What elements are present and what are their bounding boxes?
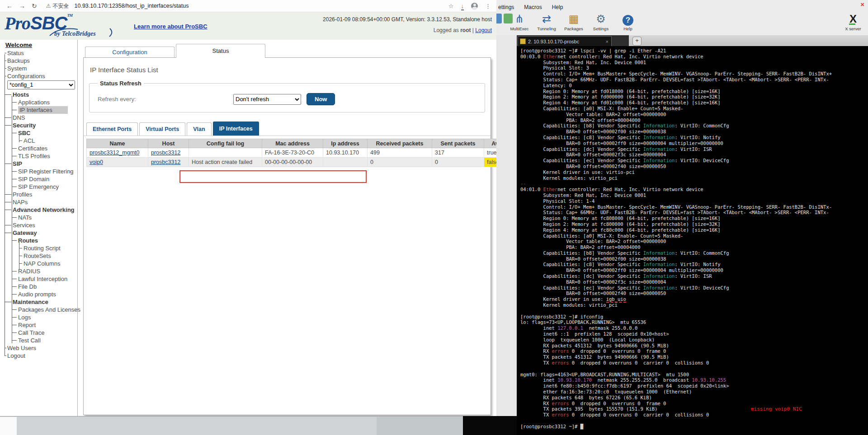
back-icon[interactable]: ←	[6, 2, 13, 9]
refresh-now-button[interactable]: Now	[307, 93, 335, 105]
link-prosbc3312[interactable]: prosbc3312	[151, 150, 180, 156]
moba-menubar: ettingsMacrosHelp	[498, 4, 563, 10]
link-voip0[interactable]: voip0	[90, 159, 103, 165]
link-prosbc3312-mgmt0[interactable]: prosbc3312_mgmt0	[90, 150, 139, 156]
learn-more-link[interactable]: Learn more about ProSBC	[134, 23, 208, 30]
terminal-line: BAR=0 offset=00002f00 size=00000038	[520, 256, 868, 262]
sidebar-item-security[interactable]: Security	[0, 122, 77, 129]
link-prosbc3312[interactable]: prosbc3312	[151, 159, 180, 165]
sidebar-item-routes[interactable]: Routes	[0, 237, 77, 244]
sidebar-item-naps[interactable]: NAPs	[0, 198, 77, 206]
sidebar-item-routing-script[interactable]: Routing Script	[0, 244, 77, 252]
sidebar-item-applications[interactable]: Applications	[0, 98, 77, 106]
sidebar-item-services[interactable]: Services	[0, 221, 77, 229]
bookmark-star-icon[interactable]: ☆	[448, 3, 454, 9]
sidebar-item-routesets[interactable]: RouteSets	[0, 252, 77, 260]
sidebar-item-certificates[interactable]: Certificates	[0, 145, 77, 152]
sidebar-item-logout[interactable]: Logout	[0, 352, 77, 360]
sidebar-item-test-call[interactable]: Test Call	[0, 337, 77, 344]
security-badge[interactable]: ⚠ 不安全	[46, 2, 69, 10]
sidebar-item-ip-interfaces[interactable]: IP Interfaces	[0, 106, 77, 114]
new-tab-button[interactable]: +	[632, 37, 642, 46]
sidebar-item-advanced-networking[interactable]: Advanced Networking	[0, 206, 77, 214]
sidebar-item-label: Report	[18, 322, 36, 328]
terminal-line: RX packets 648 bytes 67226 (65.6 KiB)	[520, 395, 868, 401]
sidebar-item-config-1[interactable]: *config_1	[0, 80, 77, 91]
menu-macros[interactable]: Macros	[524, 4, 542, 10]
taskbar-segment	[377, 417, 463, 435]
xserver-icon: X	[843, 12, 863, 26]
subtab-ethernet-ports[interactable]: Ethernet Ports	[86, 122, 138, 136]
browser-menu-icon[interactable]: ⋮	[485, 3, 491, 9]
terminal-line: 04:01.0 Ethernet controller: Red Hat, In…	[520, 187, 868, 192]
sidebar-item-audio-prompts[interactable]: Audio prompts	[0, 290, 77, 298]
sidebar-item-status[interactable]: Status	[0, 49, 77, 57]
terminal-line: Kernel modules: virtio_pci	[520, 175, 868, 181]
terminal-output: [root@prosbc3312 ~]# lspci -vv | grep -i…	[520, 48, 868, 430]
security-label: 不安全	[53, 2, 69, 10]
column-name: Name	[87, 139, 148, 148]
sidebar-item-sip-domain[interactable]: SIP Domain	[0, 175, 77, 183]
sidebar-item-hosts[interactable]: Hosts	[0, 91, 77, 98]
sidebar-item-call-trace[interactable]: Call Trace	[0, 329, 77, 337]
subtab-virtual-ports[interactable]: Virtual Ports	[139, 122, 185, 136]
sidebar-item-label: Web Users	[7, 345, 36, 351]
terminal[interactable]: [root@prosbc3312 ~]# lspci -vv | grep -i…	[517, 46, 868, 435]
sidebar-item-backups[interactable]: Backups	[0, 57, 77, 65]
refresh-icon[interactable]: ↻	[32, 2, 37, 9]
sidebar-item-nap-columns[interactable]: NAP Columns	[0, 260, 77, 267]
window-close-icon[interactable]: ×	[860, 1, 864, 8]
toolbar-label: Tunneling	[536, 26, 557, 31]
sidebar-item-system[interactable]: System	[0, 65, 77, 72]
sidebar-item-packages-and-licenses[interactable]: Packages And Licenses	[0, 306, 77, 313]
logout-link[interactable]: Logout	[475, 27, 492, 33]
sidebar-item-profiles[interactable]: Profiles	[0, 191, 77, 198]
sidebar-item-gateway[interactable]: Gateway	[0, 229, 77, 237]
tab-close-icon[interactable]: ×	[606, 39, 609, 44]
sidebar-item-acl[interactable]: ACL	[0, 137, 77, 145]
sidebar-item-label: Status	[7, 50, 24, 56]
sidebar-item-sip[interactable]: SIP	[0, 160, 77, 168]
sidebar-item-configurations[interactable]: Configurations	[0, 72, 77, 80]
column-received-packets: Received packets	[368, 139, 432, 148]
terminal-line: Control: I/O+ Mem+ BusMaster- SpecCycle-…	[520, 204, 868, 210]
config-select[interactable]: *config_1	[7, 80, 75, 89]
terminal-line: Capabilities: [ec] Vendor Specific Infor…	[520, 158, 868, 164]
sidebar-item-tls-profiles[interactable]: TLS Profiles	[0, 152, 77, 160]
refresh-interval-select[interactable]: Don't refresh	[233, 94, 301, 105]
sidebar-item-sip-emergency[interactable]: SIP Emergency	[0, 183, 77, 191]
sidebar-item-maintenance[interactable]: Maintenance	[0, 298, 77, 306]
sidebar-item-sbc[interactable]: SBC	[0, 129, 77, 137]
sidebar-item-dns[interactable]: DNS	[0, 114, 77, 122]
sidebar-item-label: RouteSets	[24, 253, 51, 259]
forward-icon[interactable]: →	[19, 2, 25, 9]
menu-help[interactable]: Help	[552, 4, 563, 10]
sidebar-item-file-db[interactable]: File Db	[0, 283, 77, 290]
sidebar-item-lawful-interception[interactable]: Lawful Interception	[0, 275, 77, 283]
help-button[interactable]: ?Help	[618, 12, 638, 31]
menu-ettings[interactable]: ettings	[498, 4, 514, 10]
tunneling-button[interactable]: ⇄Tunneling	[536, 12, 557, 31]
sidebar-item-nats[interactable]: NATs	[0, 214, 77, 221]
profile-avatar[interactable]	[471, 3, 478, 9]
cell-config-fail-log: Host action create failed	[189, 158, 262, 167]
tab-configuration[interactable]: Configuration	[85, 47, 175, 58]
download-icon[interactable]: ↓	[461, 3, 464, 9]
tab-status[interactable]: Status	[176, 44, 265, 58]
xserver-button[interactable]: XX server	[843, 12, 863, 31]
sidebar-item-web-users[interactable]: Web Users	[0, 344, 77, 352]
subtab-ip-interfaces[interactable]: IP Interfaces	[213, 122, 259, 136]
multiexec-button[interactable]: ⋔MultiExec	[509, 12, 530, 31]
settings-button[interactable]: ⚙Settings	[590, 12, 611, 31]
help-icon: ?	[618, 12, 638, 26]
sidebar-item-logs[interactable]: Logs	[0, 313, 77, 321]
terminal-tab[interactable]: 2. 10.93.10.170-prosbc ×	[518, 36, 612, 46]
packages-button[interactable]: ▦Packages	[563, 12, 584, 31]
subtab-vlan[interactable]: Vlan	[187, 122, 211, 136]
sidebar-item-welcome[interactable]: Welcome	[5, 42, 77, 48]
address-bar[interactable]: 10.93.10.170:12358/host_ip_interfaces/st…	[75, 3, 189, 9]
sidebar-item-report[interactable]: Report	[0, 321, 77, 329]
cell-received-packets: 0	[368, 158, 432, 167]
sidebar-item-sip-register-filtering[interactable]: SIP Register Filtering	[0, 168, 77, 175]
sidebar-item-radius[interactable]: RADIUS	[0, 267, 77, 275]
